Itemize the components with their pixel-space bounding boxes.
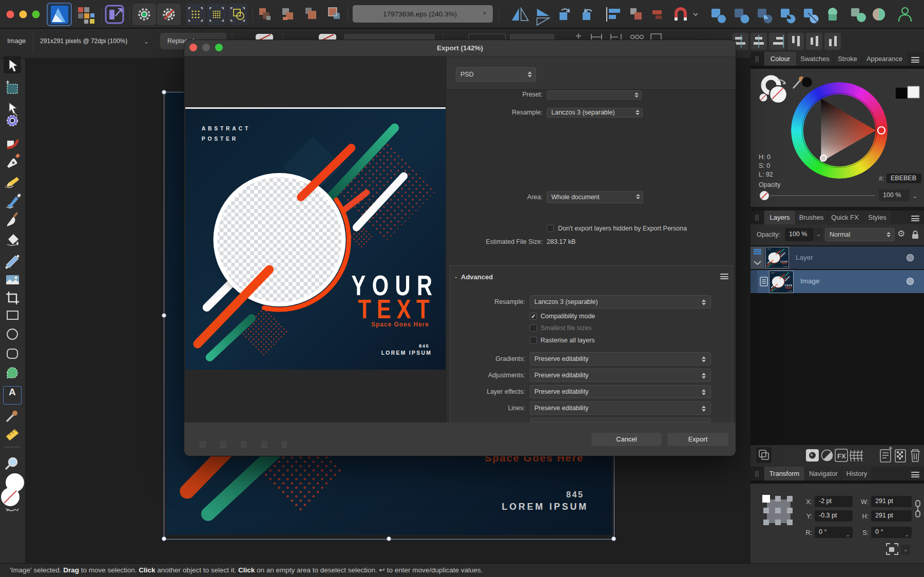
svg-text:*: *	[483, 10, 486, 18]
svg-text:A: A	[9, 387, 16, 397]
svg-text:17973836.eps (240.3%): 17973836.eps (240.3%)	[383, 10, 457, 18]
svg-text:FX: FX	[837, 452, 846, 460]
